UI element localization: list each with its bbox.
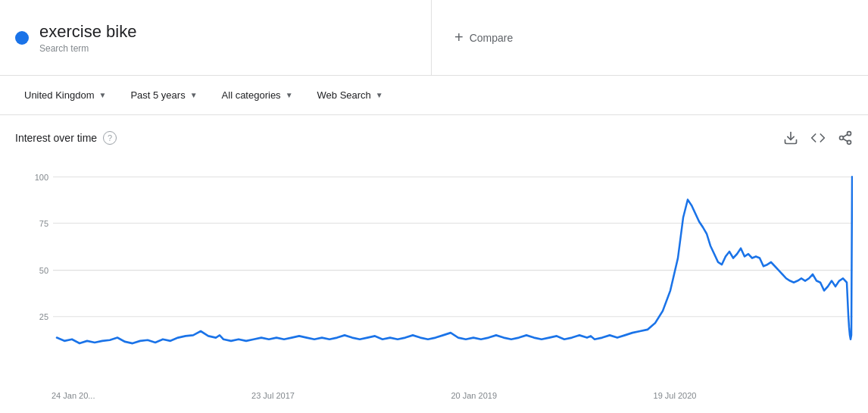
search-type-chevron-icon: ▼ xyxy=(376,91,383,99)
x-label-3: 19 Jul 2020 xyxy=(654,391,697,400)
category-label: All categories xyxy=(222,89,281,101)
chart-header: Interest over time ? xyxy=(15,130,853,145)
help-icon[interactable]: ? xyxy=(103,131,117,145)
svg-text:75: 75 xyxy=(39,218,48,227)
category-filter[interactable]: All categories ▼ xyxy=(213,85,302,105)
trend-chart: 100 75 50 25 xyxy=(15,161,853,388)
compare-button[interactable]: + Compare xyxy=(454,29,513,46)
svg-text:100: 100 xyxy=(35,172,48,181)
time-range-filter[interactable]: Past 5 years ▼ xyxy=(121,85,206,105)
help-icon-label: ? xyxy=(108,133,112,142)
chart-container: 100 75 50 25 xyxy=(15,161,853,388)
time-range-chevron-icon: ▼ xyxy=(190,91,198,99)
x-label-1: 23 Jul 2017 xyxy=(251,391,295,400)
x-label-2: 20 Jan 2019 xyxy=(451,391,497,400)
svg-text:50: 50 xyxy=(39,266,48,275)
download-icon[interactable] xyxy=(783,130,798,145)
x-label-0: 24 Jan 20... xyxy=(52,391,95,400)
location-chevron-icon: ▼ xyxy=(99,91,107,99)
search-type-label: Web Search xyxy=(317,89,371,101)
compare-area: + Compare xyxy=(432,0,868,75)
category-chevron-icon: ▼ xyxy=(286,91,293,99)
compare-plus-icon: + xyxy=(454,29,464,46)
time-range-label: Past 5 years xyxy=(130,89,185,101)
x-labels: 24 Jan 20... 23 Jul 2017 20 Jan 2019 19 … xyxy=(15,388,853,400)
compare-label: Compare xyxy=(470,32,514,44)
search-term-text: exercise bike Search term xyxy=(39,22,136,54)
svg-line-4 xyxy=(843,139,848,141)
search-term-dot xyxy=(15,31,29,45)
chart-title: Interest over time xyxy=(15,132,97,144)
search-term-label: Search term xyxy=(39,43,136,54)
location-filter[interactable]: United Kingdom ▼ xyxy=(15,85,115,105)
search-term-area: exercise bike Search term xyxy=(0,0,432,75)
chart-actions xyxy=(783,130,853,145)
search-type-filter[interactable]: Web Search ▼ xyxy=(308,85,392,105)
share-icon[interactable] xyxy=(838,130,853,145)
header: exercise bike Search term + Compare xyxy=(0,0,868,76)
location-label: United Kingdom xyxy=(24,89,95,101)
embed-icon[interactable] xyxy=(810,130,826,145)
svg-line-5 xyxy=(843,134,848,136)
chart-title-area: Interest over time ? xyxy=(15,131,117,145)
svg-text:25: 25 xyxy=(39,312,48,321)
filters-bar: United Kingdom ▼ Past 5 years ▼ All cate… xyxy=(0,76,868,115)
search-term-name: exercise bike xyxy=(39,22,136,42)
chart-section: Interest over time ? xyxy=(0,115,868,408)
